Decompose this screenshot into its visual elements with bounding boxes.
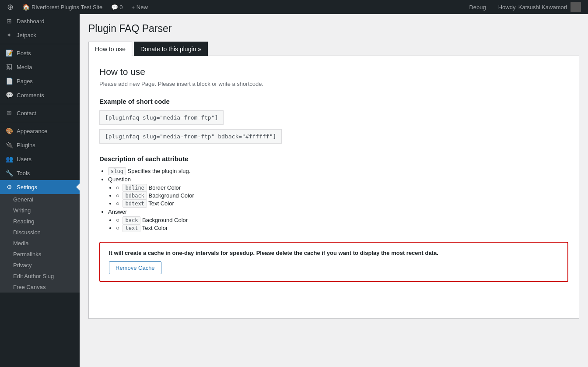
example-title: Example of short code <box>99 98 568 105</box>
dashboard-icon: ⊞ <box>5 18 13 25</box>
submenu-writing[interactable]: Writing <box>0 205 80 216</box>
submenu-media[interactable]: Media <box>0 238 80 249</box>
users-icon: 👥 <box>5 155 13 162</box>
appearance-icon: 🎨 <box>5 127 13 134</box>
submenu-edit-author-slug[interactable]: Edit Author Slug <box>0 271 80 282</box>
comments-icon: 💬 <box>111 4 118 11</box>
example-section: Example of short code [pluginfaq slug="m… <box>99 98 568 148</box>
site-name[interactable]: 🏠 Riverforest Plugins Test Site <box>19 0 106 14</box>
debug-link[interactable]: Debug <box>466 0 489 14</box>
user-greeting[interactable]: Howdy, Katsushi Kawamori <box>495 0 584 14</box>
back-desc: Background Color <box>142 217 188 223</box>
sidebar-item-settings[interactable]: ⚙ Settings <box>0 180 80 194</box>
sidebar-item-media[interactable]: 🖼 Media <box>0 60 80 74</box>
sidebar-item-plugins[interactable]: 🔌 Plugins <box>0 138 80 152</box>
sidebar-item-comments[interactable]: 💬 Comments <box>0 88 80 102</box>
comments-link[interactable]: 💬 0 <box>108 0 126 14</box>
sidebar-item-jetpack[interactable]: ✦ Jetpack <box>0 28 80 42</box>
sidebar-item-posts[interactable]: 📝 Posts <box>0 46 80 60</box>
content-heading: How to use <box>99 67 568 77</box>
text-desc: Text Color <box>142 225 168 231</box>
tab-how-to-use[interactable]: How to use <box>88 42 132 56</box>
admin-bar: ⊕ 🏠 Riverforest Plugins Test Site 💬 0 + … <box>0 0 588 14</box>
question-attr-item: Question ○ bdline Border Color ○ bdback <box>108 176 568 207</box>
admin-sidebar: ⊞ Dashboard ✦ Jetpack 📝 Posts 🖼 Media 📄 … <box>0 14 80 367</box>
slug-attr-item: slug Specifies the plugin slug. <box>108 168 568 174</box>
media-icon: 🖼 <box>5 64 13 71</box>
text-code: text <box>122 224 140 232</box>
submenu-permalinks[interactable]: Permalinks <box>0 249 80 260</box>
user-avatar <box>570 2 581 12</box>
new-content-button[interactable]: + New <box>128 0 151 14</box>
submenu-discussion[interactable]: Discussion <box>0 227 80 238</box>
tools-icon: 🔧 <box>5 169 13 176</box>
bdline-code: bdline <box>122 184 147 192</box>
bdline-desc: Border Color <box>148 184 181 191</box>
contact-icon: ✉ <box>5 109 13 116</box>
back-code: back <box>122 216 140 224</box>
code-example-1: [pluginfaq slug="media-from-ftp"] <box>99 110 224 125</box>
bdback-code: bdback <box>122 192 147 200</box>
tab-donate[interactable]: Donate to this plugin » <box>134 42 208 56</box>
settings-icon: ⚙ <box>5 184 13 191</box>
comments-sidebar-icon: 💬 <box>5 92 13 99</box>
cache-notice-box: It will create a cache in one-day interv… <box>99 242 568 282</box>
submenu-privacy[interactable]: Privacy <box>0 260 80 271</box>
attr-section-title: Description of each attribute <box>99 155 568 162</box>
plugins-icon: 🔌 <box>5 141 13 148</box>
back-attr-item: ○ back Background Color <box>116 217 568 223</box>
posts-icon: 📝 <box>5 49 13 56</box>
bdback-attr-item: ○ bdback Background Color <box>116 192 568 199</box>
submenu-free-canvas[interactable]: Free Canvas <box>0 282 80 293</box>
code-example-2: [pluginfaq slug="media-from-ftp" bdback=… <box>99 129 282 144</box>
wp-logo[interactable]: ⊕ <box>4 0 17 14</box>
bdback-desc: Background Color <box>148 192 194 199</box>
main-content: Plugin FAQ Parser How to use Donate to t… <box>80 14 588 367</box>
text-attr-item: ○ text Text Color <box>116 225 568 231</box>
intro-text: Please add new Page. Please insert a blo… <box>99 81 568 87</box>
cache-notice-text: It will create a cache in one-day interv… <box>109 250 559 256</box>
attributes-section: Description of each attribute slug Speci… <box>99 155 568 231</box>
sidebar-item-dashboard[interactable]: ⊞ Dashboard <box>0 14 80 28</box>
sidebar-item-tools[interactable]: 🔧 Tools <box>0 166 80 180</box>
bdtext-code: bdtext <box>122 200 147 208</box>
settings-submenu: General Writing Reading Discussion Media… <box>0 194 80 293</box>
answer-attr-item: Answer ○ back Background Color ○ text <box>108 208 568 231</box>
submenu-general[interactable]: General <box>0 194 80 205</box>
bdline-attr-item: ○ bdline Border Color <box>116 184 568 191</box>
sidebar-item-contact[interactable]: ✉ Contact <box>0 106 80 120</box>
sidebar-item-users[interactable]: 👥 Users <box>0 152 80 166</box>
plugin-content-area: How to use Please add new Page. Please i… <box>88 56 579 319</box>
bdtext-desc: Text Color <box>148 200 174 207</box>
remove-cache-button[interactable]: Remove Cache <box>109 261 161 274</box>
slug-code: slug <box>108 167 126 175</box>
submenu-reading[interactable]: Reading <box>0 216 80 227</box>
pages-icon: 📄 <box>5 78 13 85</box>
sidebar-item-pages[interactable]: 📄 Pages <box>0 74 80 88</box>
bdtext-attr-item: ○ bdtext Text Color <box>116 200 568 207</box>
page-title: Plugin FAQ Parser <box>88 23 579 35</box>
tab-bar: How to use Donate to this plugin » <box>88 42 579 56</box>
jetpack-icon: ✦ <box>5 32 13 39</box>
sidebar-item-appearance[interactable]: 🎨 Appearance <box>0 124 80 138</box>
